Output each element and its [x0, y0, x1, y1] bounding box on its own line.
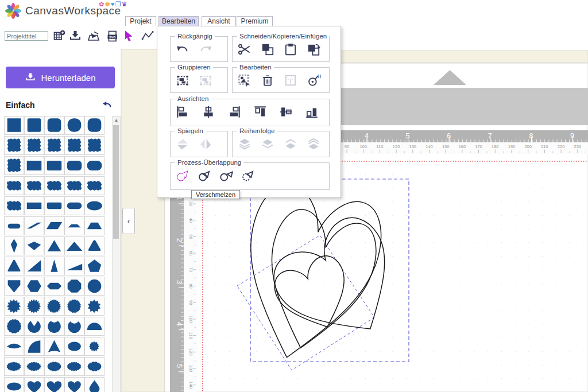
shape-heart-lobed[interactable]: [44, 377, 64, 392]
align-bottom-icon[interactable]: [304, 104, 319, 122]
shape-teardrop[interactable]: [84, 377, 105, 392]
shape-triangle[interactable]: [44, 236, 64, 255]
shape-triangle-concave[interactable]: [44, 337, 64, 356]
shape-pill-small[interactable]: [4, 216, 24, 235]
shape-circle-notch-round[interactable]: [44, 317, 64, 336]
shape-scallop-circle[interactable]: [4, 317, 24, 336]
subtract-icon[interactable]: [197, 168, 212, 185]
shape-stamp-square-2[interactable]: [24, 136, 44, 155]
new-project-icon[interactable]: [52, 29, 66, 43]
shape-square[interactable]: [4, 116, 24, 135]
polyline-tool-icon[interactable]: [141, 29, 154, 43]
cut-icon[interactable]: [237, 42, 252, 59]
shape-rect-round[interactable]: [64, 156, 84, 175]
shape-burst-16[interactable]: [24, 297, 44, 316]
shape-semicircle[interactable]: [84, 317, 105, 336]
save-download-icon[interactable]: [68, 29, 82, 43]
shape-stamp-square-4[interactable]: [64, 136, 84, 155]
tab-bearbeiten[interactable]: Bearbeiten: [158, 16, 199, 26]
shape-hexagon-long[interactable]: [44, 277, 64, 296]
tab-ansicht[interactable]: Ansicht: [202, 16, 236, 26]
shape-burst-12[interactable]: [4, 297, 24, 316]
sidebar-collapse-button[interactable]: ‹: [122, 208, 135, 234]
group-icon[interactable]: [175, 73, 190, 90]
shape-triangle-narrow[interactable]: [44, 257, 64, 275]
align-right-icon[interactable]: [227, 104, 242, 122]
shape-stamp-rect-2[interactable]: [24, 176, 44, 195]
shape-stamp-square-6[interactable]: [4, 156, 24, 175]
shape-burst-small[interactable]: [84, 337, 105, 356]
copy-icon[interactable]: [260, 42, 275, 59]
shape-triangle-curved[interactable]: [4, 257, 24, 275]
shape-square-round-lg[interactable]: [84, 116, 105, 135]
duplicate-icon[interactable]: [306, 42, 321, 59]
shape-circle-notch-v[interactable]: [24, 317, 44, 336]
align-left-icon[interactable]: [175, 104, 190, 122]
paste-icon[interactable]: [283, 42, 298, 59]
shape-burst-24[interactable]: [64, 297, 84, 316]
project-title-input[interactable]: [5, 31, 48, 41]
align-middle-v-icon[interactable]: [278, 104, 293, 122]
sidebar-scrollbar[interactable]: ▲: [112, 116, 121, 392]
svg-export-icon[interactable]: SVG: [106, 29, 119, 43]
select-tool-icon[interactable]: [122, 29, 136, 43]
download-button[interactable]: Herunterladen: [6, 67, 115, 88]
shape-stamp-rect-6[interactable]: [4, 196, 24, 215]
shape-stamp-square-1[interactable]: [4, 136, 24, 155]
shape-pentagon[interactable]: [84, 257, 105, 275]
shape-fan[interactable]: [4, 337, 24, 356]
shape-stamp-rect-1[interactable]: [4, 176, 24, 195]
shape-triangle-round[interactable]: [84, 236, 105, 255]
shape-rect-thin[interactable]: [24, 196, 44, 215]
shape-square-squircle[interactable]: [64, 116, 84, 135]
shape-shield[interactable]: [4, 277, 24, 296]
shape-scallop-ellipse-4[interactable]: [64, 357, 84, 376]
select-image-icon[interactable]: [237, 73, 252, 90]
intersect-icon[interactable]: [219, 168, 234, 185]
shape-scallop-ellipse-1[interactable]: [4, 357, 24, 376]
shape-circle[interactable]: [84, 277, 105, 296]
delete-icon[interactable]: [260, 73, 275, 90]
shape-circle-notch-curve[interactable]: [64, 317, 84, 336]
rotate-icon[interactable]: H: [306, 73, 321, 90]
shape-rect-round-sm[interactable]: [44, 156, 64, 175]
shape-scallop-ellipse-2[interactable]: [24, 357, 44, 376]
shape-heart-bump[interactable]: [24, 377, 44, 392]
shape-parallelogram[interactable]: [44, 216, 64, 235]
shape-parallelogram-thin[interactable]: [24, 216, 44, 235]
shape-burst-20[interactable]: [44, 297, 64, 316]
shape-stamp-rect-4[interactable]: [64, 176, 84, 195]
shape-ellipse-flat[interactable]: [4, 377, 24, 392]
shape-scallop-ellipse-5[interactable]: [84, 357, 105, 376]
shape-hexagon[interactable]: [24, 277, 44, 296]
scroll-up-icon[interactable]: ▲: [113, 117, 120, 124]
shape-square-round[interactable]: [44, 116, 64, 135]
shape-octagon[interactable]: [64, 277, 84, 296]
shape-kite[interactable]: [4, 236, 24, 255]
shape-trapezoid[interactable]: [84, 216, 105, 235]
shape-quarter-circle[interactable]: [24, 337, 44, 356]
back-icon[interactable]: [101, 99, 113, 111]
shape-rect[interactable]: [24, 156, 44, 175]
align-top-icon[interactable]: [253, 104, 268, 122]
shape-burst-10[interactable]: [84, 297, 105, 316]
shape-scallop-ellipse-3[interactable]: [44, 357, 64, 376]
shape-stamp-rect-5[interactable]: [84, 176, 105, 195]
shape-stamp-square-5[interactable]: [84, 136, 105, 155]
shape-right-triangle[interactable]: [24, 257, 44, 275]
scrollbar-thumb[interactable]: [113, 125, 119, 239]
shape-stamp-square-3[interactable]: [44, 136, 64, 155]
tab-premium[interactable]: Premium: [237, 16, 273, 26]
shape-rect-barrel[interactable]: [84, 156, 105, 175]
shape-right-triangle-low[interactable]: [64, 257, 84, 275]
shape-pill[interactable]: [64, 196, 84, 215]
shape-square-round-sm[interactable]: [24, 116, 44, 135]
shape-kite-wide[interactable]: [24, 236, 44, 255]
send-to-mat-icon[interactable]: [87, 29, 100, 43]
shape-ellipse-wide[interactable]: [84, 196, 105, 215]
weld-icon[interactable]: [175, 168, 190, 185]
align-center-h-icon[interactable]: [201, 104, 216, 122]
shape-rect-thin-round[interactable]: [44, 196, 64, 215]
shape-triangle-wide[interactable]: [64, 236, 84, 255]
tab-projekt[interactable]: Projekt: [125, 16, 156, 26]
